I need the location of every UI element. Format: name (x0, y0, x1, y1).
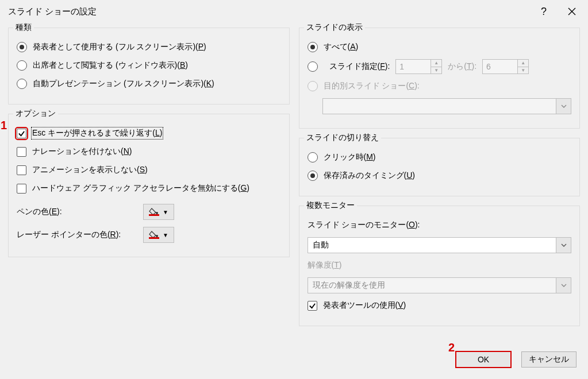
checkbox-icon (17, 165, 26, 175)
group-title-type: 種類 (13, 22, 34, 33)
checkbox-icon (17, 129, 26, 138)
from-input[interactable] (396, 60, 431, 74)
radio-icon (17, 79, 27, 89)
chevron-down-icon: ▼ (163, 232, 168, 238)
radio-presenter[interactable]: 発表者として使用する (フル スクリーン表示)(P) (17, 41, 281, 53)
spin-up-icon[interactable]: ▲ (518, 60, 528, 67)
laser-color-row: レーザー ポインターの色(R): ▼ (17, 227, 281, 243)
check-narration[interactable]: ナレーションを付けない(N) (17, 145, 281, 158)
monitor-combo[interactable]: 自動 (308, 237, 572, 253)
close-icon[interactable] (567, 7, 577, 16)
show-slides-group: スライドの表示 すべて(A) スライド指定(F): ▲▼ から(T): ▲▼ (299, 28, 581, 129)
paint-bucket-icon (149, 230, 159, 241)
to-label: から(T): (448, 61, 476, 72)
radio-label: 保存済みのタイミング(U) (324, 171, 415, 181)
checkbox-icon (17, 147, 26, 157)
spin-down-icon[interactable]: ▼ (518, 67, 528, 74)
svg-rect-1 (149, 214, 159, 216)
check-loop[interactable]: Esc キーが押されるまで繰り返す(L) (17, 127, 281, 140)
svg-point-2 (156, 235, 158, 237)
radio-manual[interactable]: クリック時(M) (308, 151, 572, 164)
options-group: オプション 1 Esc キーが押されるまで繰り返す(L) ナレーションを付けない… (8, 114, 290, 257)
radio-kiosk[interactable]: 自動プレゼンテーション (フル スクリーン表示)(K) (17, 78, 281, 90)
annotation-1: 1 (1, 119, 7, 132)
check-label: アニメーションを表示しない(S) (32, 165, 148, 175)
laser-color-label: レーザー ポインターの色(R): (17, 230, 143, 240)
group-title-monitors: 複数モニター (304, 200, 357, 211)
pen-color-button[interactable]: ▼ (143, 204, 174, 220)
dialog-title: スライド ショーの設定 (8, 6, 541, 17)
check-label: Esc キーが押されるまで繰り返す(L) (32, 128, 162, 138)
radio-label: 出席者として閲覧する (ウィンドウ表示)(B) (33, 60, 188, 71)
check-label: ナレーションを付けない(N) (32, 146, 132, 157)
radio-icon (308, 152, 318, 163)
checkbox-icon (308, 301, 317, 311)
chevron-down-icon: ▼ (163, 209, 168, 215)
chevron-down-icon[interactable] (556, 238, 571, 253)
group-title-show-slides: スライドの表示 (304, 22, 365, 33)
custom-show-combo (322, 98, 572, 114)
checkbox-icon (17, 184, 26, 194)
title-bar: スライド ショーの設定 ? (0, 0, 588, 23)
radio-label: 目的別スライド ショー(C): (324, 81, 420, 91)
radio-custom-show: 目的別スライド ショー(C): (308, 80, 572, 92)
dialog-footer: 2 OK キャンセル (0, 343, 588, 376)
paint-bucket-icon (149, 207, 159, 218)
help-icon[interactable]: ? (541, 6, 547, 17)
chevron-down-icon (556, 278, 571, 293)
from-spinner[interactable]: ▲▼ (395, 59, 442, 74)
radio-label: すべて(A) (324, 42, 359, 52)
svg-point-0 (156, 212, 158, 214)
radio-icon (308, 42, 318, 52)
radio-label: 発表者として使用する (フル スクリーン表示)(P) (33, 42, 206, 52)
chevron-down-icon (556, 99, 571, 114)
laser-color-button[interactable]: ▼ (143, 227, 174, 243)
check-animation[interactable]: アニメーションを表示しない(S) (17, 164, 281, 176)
monitor-label: スライド ショーのモニター(O): (308, 220, 420, 230)
combo-value: 自動 (308, 240, 556, 250)
radio-icon (308, 61, 318, 72)
svg-rect-3 (149, 237, 159, 239)
radio-timing[interactable]: 保存済みのタイミング(U) (308, 169, 572, 182)
radio-icon (308, 81, 318, 91)
advance-group: スライドの切り替え クリック時(M) 保存済みのタイミング(U) (299, 138, 581, 196)
resolution-label-row: 解像度(T) (308, 259, 572, 272)
radio-icon (17, 42, 27, 52)
monitors-group: 複数モニター スライド ショーのモニター(O): 自動 解像度(T) 現在の解像… (299, 206, 581, 326)
check-label: ハードウェア グラフィック アクセラレータを無効にする(G) (32, 183, 249, 194)
monitor-label-row: スライド ショーのモニター(O): (308, 219, 572, 231)
resolution-label: 解像度(T) (308, 260, 342, 270)
cancel-button[interactable]: キャンセル (521, 351, 577, 368)
radio-icon (17, 60, 27, 71)
spin-up-icon[interactable]: ▲ (431, 60, 441, 67)
ok-button[interactable]: OK (456, 351, 511, 368)
check-presenter-view[interactable]: 発表者ツールの使用(V) (308, 299, 572, 312)
pen-color-label: ペンの色(E): (17, 207, 143, 217)
group-title-options: オプション (13, 109, 58, 119)
check-label: 発表者ツールの使用(V) (323, 300, 406, 311)
check-hardware[interactable]: ハードウェア グラフィック アクセラレータを無効にする(G) (17, 182, 281, 195)
radio-all-slides[interactable]: すべて(A) (308, 41, 572, 53)
type-group: 種類 発表者として使用する (フル スクリーン表示)(P) 出席者として閲覧する… (8, 28, 290, 105)
combo-value: 現在の解像度を使用 (308, 280, 556, 291)
radio-slide-range[interactable]: スライド指定(F): ▲▼ から(T): ▲▼ (308, 59, 572, 74)
resolution-combo: 現在の解像度を使用 (308, 277, 572, 293)
to-spinner[interactable]: ▲▼ (482, 59, 529, 74)
to-input[interactable] (483, 60, 517, 74)
custom-show-combo-row (322, 98, 572, 114)
radio-label: スライド指定(F): (329, 61, 390, 72)
spin-down-icon[interactable]: ▼ (431, 67, 441, 74)
radio-icon (308, 171, 318, 181)
pen-color-row: ペンの色(E): ▼ (17, 204, 281, 220)
radio-browse[interactable]: 出席者として閲覧する (ウィンドウ表示)(B) (17, 59, 281, 72)
group-title-advance: スライドの切り替え (304, 133, 381, 143)
annotation-2: 2 (448, 341, 455, 354)
radio-label: クリック時(M) (324, 152, 376, 163)
radio-label: 自動プレゼンテーション (フル スクリーン表示)(K) (33, 79, 214, 89)
